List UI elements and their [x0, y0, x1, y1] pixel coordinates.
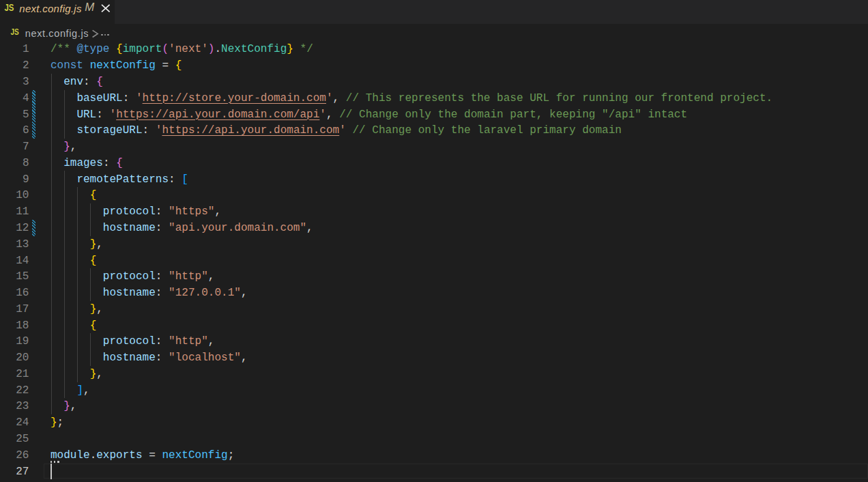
svg-text:JS: JS [5, 3, 14, 13]
svg-text:JS: JS [10, 27, 18, 36]
